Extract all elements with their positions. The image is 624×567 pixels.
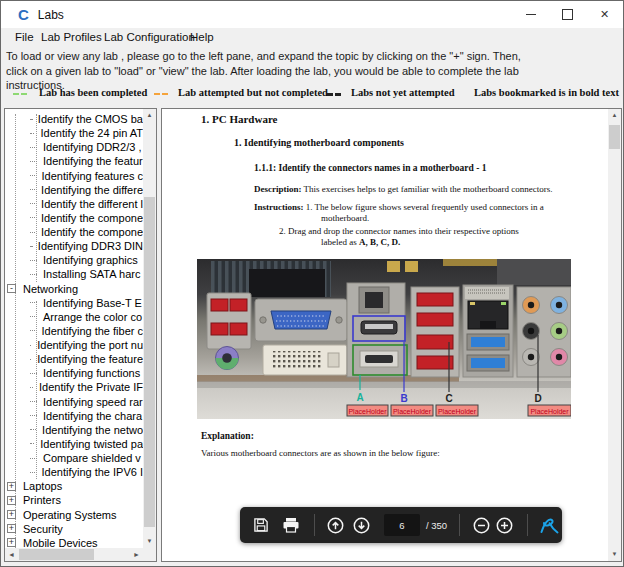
tree-item[interactable]: Identifying Base-T E [5, 296, 143, 310]
expand-icon[interactable]: + [7, 510, 16, 519]
tree-item[interactable]: Identifying the fiber c [5, 324, 143, 338]
tree-item-label: Identifying functions [43, 367, 140, 379]
tree-item-label: Identifying the feature [37, 353, 143, 365]
tree-item[interactable]: Identify the 24 pin AT [5, 126, 143, 140]
usb2-red-ports [207, 293, 251, 349]
tree-item[interactable]: Identify the different l [5, 197, 143, 211]
tree-item[interactable]: Identifying the IPV6 I [5, 465, 143, 479]
tree-item-label: Identify the different l [41, 198, 143, 210]
tree-item-label: Identifying twisted pa [40, 438, 143, 450]
expand-icon[interactable]: + [7, 496, 16, 505]
tree-connector [30, 415, 37, 416]
page-number-input[interactable]: 6 [384, 514, 420, 536]
tree-connector [30, 443, 34, 444]
legend-dash-not-attempted [327, 93, 333, 96]
tree-connector [30, 161, 37, 162]
tree-item[interactable]: -Networking [5, 282, 143, 296]
tree-item-label: Identifying graphics [43, 254, 138, 266]
expand-icon[interactable]: + [7, 482, 16, 491]
tree-item[interactable]: Identifying graphics [5, 253, 143, 267]
pdf-vertical-scrollbar[interactable]: ▲ ▼ [608, 109, 621, 561]
minimize-button[interactable] [512, 1, 549, 28]
expand-icon[interactable]: + [7, 538, 16, 547]
tree-item[interactable]: Identifying the differe [5, 183, 143, 197]
tree-item[interactable]: Identify the Private IF [5, 380, 143, 394]
tree-connector [30, 133, 34, 134]
tree-item-label: Arrange the color co [43, 311, 142, 323]
zoom-in-button[interactable] [496, 517, 513, 534]
previous-page-button[interactable] [327, 517, 344, 534]
tree-item[interactable]: +Operating Systems [5, 508, 143, 522]
tree-connector [30, 147, 37, 148]
tree-item[interactable]: Identifying the feature [5, 352, 143, 366]
tree-item-label: Identifying the chara [43, 410, 142, 422]
tree-connector [30, 119, 32, 120]
legend-label-attempted: Lab attempted but not completed [178, 87, 328, 98]
tree-item-label: Operating Systems [23, 509, 117, 521]
tree-item[interactable]: Identifying twisted pa [5, 437, 143, 451]
next-page-button[interactable] [353, 517, 370, 534]
tree-item[interactable]: Compare shielded v [5, 451, 143, 465]
zoom-out-button[interactable] [473, 517, 490, 534]
tree-connector [30, 260, 37, 261]
board-shadow [197, 381, 571, 388]
tree-horizontal-scrollbar[interactable]: ◄ ► [5, 548, 143, 561]
tree-item-label: Identifying features c [41, 170, 143, 182]
tree-item[interactable]: Identifying features c [5, 169, 143, 183]
tree-item[interactable]: Identify the compone [5, 225, 143, 239]
ps2-port [216, 347, 239, 370]
doc-heading-2: 1. Identifying motherboard components [234, 137, 404, 148]
scroll-left-icon[interactable]: ◄ [5, 548, 18, 561]
maximize-button[interactable] [549, 1, 586, 28]
tree-connector [30, 387, 33, 388]
tree-scrollbar-thumb[interactable] [144, 197, 155, 527]
menu-lab-configuration[interactable]: Lab Configuration [104, 31, 195, 43]
tree-item[interactable]: +Laptops [5, 479, 143, 493]
doc-instruction-1: Instructions: 1. The below figure shows … [254, 202, 544, 212]
tree-hscrollbar-thumb[interactable] [19, 549, 94, 560]
tree-item[interactable]: Identifying the featur [5, 154, 143, 168]
legend-label-completed: Lab has been completed [39, 87, 147, 98]
collapse-icon[interactable]: - [7, 284, 16, 293]
pdf-scrollbar-thumb[interactable] [609, 125, 620, 149]
scroll-right-icon[interactable]: ► [130, 548, 143, 561]
open-in-acrobat-button[interactable] [538, 517, 562, 534]
tree-item-label: Identifying the netwo [42, 424, 143, 436]
lab-tree: Identify the CMOS baIdentify the 24 pin … [5, 109, 143, 548]
scroll-down-icon[interactable]: ▼ [608, 548, 621, 561]
menu-file[interactable]: File [15, 31, 34, 43]
tree-item[interactable]: Identify the compone [5, 211, 143, 225]
tree-item[interactable]: Identifying the port nu [5, 338, 143, 352]
tree-item[interactable]: Identifying functions [5, 366, 143, 380]
menu-lab-profiles[interactable]: Lab Profiles [41, 31, 102, 43]
tree-item[interactable]: Identifying DDR3 DIN [5, 239, 143, 253]
tree-item-label: Laptops [23, 480, 62, 492]
legend-dash-completed [13, 93, 19, 95]
close-button[interactable]: ✕ [586, 1, 623, 28]
tree-item-label: Networking [23, 283, 78, 295]
tree-item[interactable]: Identifying the chara [5, 409, 143, 423]
tree-item-label: Identify the CMOS ba [38, 113, 143, 125]
save-button[interactable] [252, 517, 269, 533]
tree-item[interactable]: Identify the CMOS ba [5, 112, 143, 126]
expand-icon[interactable]: + [7, 524, 16, 533]
scroll-down-icon[interactable]: ▼ [143, 535, 156, 548]
tree-item[interactable]: +Printers [5, 493, 143, 507]
adobe-acrobat-icon [539, 517, 561, 534]
tree-vertical-scrollbar[interactable]: ▲ ▼ [143, 109, 156, 548]
print-button[interactable] [281, 517, 300, 533]
scroll-up-icon[interactable]: ▲ [143, 109, 156, 122]
tree-item[interactable]: Identifying the netwo [5, 423, 143, 437]
tree-item-label: Identify the Private IF [39, 381, 143, 393]
tree-item[interactable]: Identifying DDR2/3 , [5, 140, 143, 154]
tree-connector [30, 316, 37, 317]
tree-item[interactable]: +Security [5, 522, 143, 536]
scroll-up-icon[interactable]: ▲ [608, 109, 621, 122]
placeholder-drop-targets: PlaceHolder PlaceHolder PlaceHolder Plac… [347, 405, 571, 416]
menu-help[interactable]: Help [190, 31, 214, 43]
tree-item[interactable]: Installing SATA harc [5, 267, 143, 281]
tree-connector [30, 429, 36, 430]
tree-item[interactable]: +Mobile Devices [5, 536, 143, 548]
tree-item[interactable]: Identifying speed rar [5, 395, 143, 409]
tree-item[interactable]: Arrange the color co [5, 310, 143, 324]
